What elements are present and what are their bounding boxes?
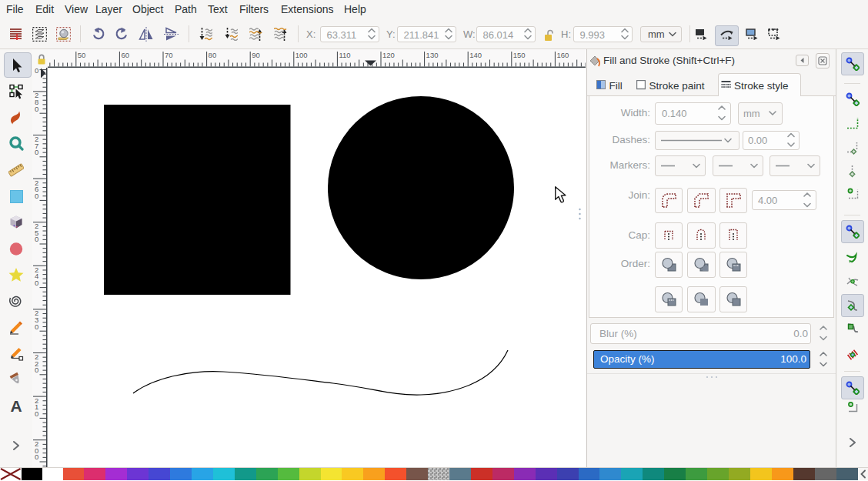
svg-text:150: 150: [513, 51, 526, 59]
svg-text:90: 90: [252, 51, 260, 59]
svg-text:0: 0: [35, 453, 38, 461]
svg-text:0: 0: [35, 148, 38, 156]
svg-text:0: 0: [35, 409, 38, 418]
svg-text:A: A: [10, 398, 22, 414]
svg-text:100: 100: [295, 51, 308, 59]
svg-text:0: 0: [35, 279, 38, 287]
svg-text:0: 0: [35, 366, 38, 374]
svg-text:60: 60: [121, 51, 129, 59]
svg-text:70: 70: [165, 51, 173, 59]
svg-text:0: 0: [35, 235, 38, 243]
svg-text:160: 160: [556, 51, 569, 59]
svg-text:120: 120: [382, 51, 395, 59]
svg-text:50: 50: [78, 51, 86, 59]
svg-text:130: 130: [426, 51, 439, 59]
svg-text:0: 0: [35, 68, 38, 75]
svg-text:140: 140: [469, 51, 482, 59]
svg-text:80: 80: [209, 51, 217, 59]
svg-text:110: 110: [339, 51, 350, 59]
svg-text:0: 0: [35, 192, 38, 200]
svg-text:0: 0: [35, 105, 38, 113]
svg-text:0: 0: [35, 322, 38, 331]
